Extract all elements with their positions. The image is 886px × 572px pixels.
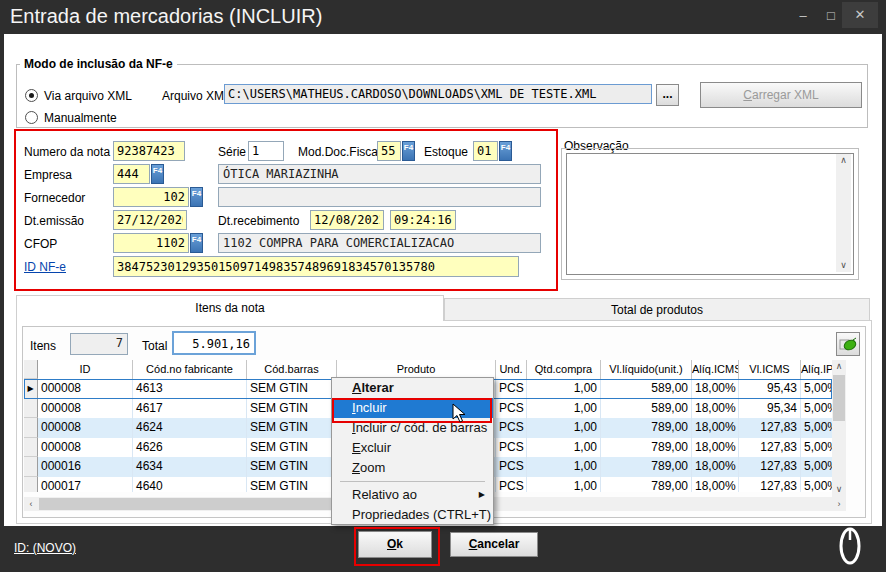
empresa-input[interactable] — [113, 164, 150, 184]
menu-item-alterar[interactable]: Alterar — [332, 378, 493, 398]
cell-und: PCS — [496, 477, 527, 493]
f4-lookup-fornecedor-button[interactable]: F4 — [190, 187, 203, 207]
grid-header-cod-fabricante[interactable]: Cód.no fabricante — [133, 360, 247, 379]
tab-itens-da-nota[interactable]: Itens da nota — [16, 295, 444, 321]
cell-qtd: 1,00 — [527, 418, 601, 438]
cfop-input[interactable] — [113, 233, 189, 253]
tab-total-de-produtos[interactable]: Total de produtos — [444, 298, 870, 321]
id-nfe-link[interactable]: ID NF-e — [24, 260, 66, 274]
row-selector — [24, 418, 38, 438]
grid-tool-button[interactable] — [836, 332, 860, 356]
cfop-desc-field: 1102 COMPRA PARA COMERCIALIZACAO — [218, 233, 541, 253]
menu-item-zoom[interactable]: Zoom — [332, 458, 493, 478]
cell-qtd: 1,00 — [527, 399, 601, 419]
f4-lookup-empresa-button[interactable]: F4 — [151, 164, 164, 184]
radio-manualmente[interactable] — [25, 111, 38, 124]
f4-lookup-cfop-button[interactable]: F4 — [190, 233, 203, 253]
numero-nota-input[interactable] — [113, 141, 185, 161]
scroll-left-icon[interactable]: ‹ — [24, 497, 38, 511]
estoque-label: Estoque — [424, 145, 468, 159]
menu-separator — [340, 481, 485, 482]
cell-id: 000008 — [38, 438, 133, 458]
row-marker-icon: ▶ — [24, 379, 38, 399]
estoque-input[interactable] — [473, 141, 498, 161]
close-icon[interactable]: ✕ — [842, 2, 878, 28]
serie-label: Série — [218, 145, 246, 159]
mod-doc-fiscal-input[interactable] — [377, 141, 401, 161]
minimize-icon[interactable]: – — [792, 6, 814, 26]
id-nfe-input[interactable] — [113, 256, 519, 277]
cell-barras: SEM GTIN — [247, 477, 337, 493]
cancelar-button[interactable]: Cancelar — [450, 532, 538, 557]
cell-fab: 4617 — [133, 399, 247, 419]
scroll-down-icon[interactable]: ∨ — [832, 483, 846, 497]
menu-item-incluir-cod-barras[interactable]: Incluir c/ cód. de barras — [332, 418, 493, 438]
fornecedor-input[interactable] — [113, 187, 189, 207]
f4-lookup-mod-button[interactable]: F4 — [402, 141, 415, 161]
hr-recebimento-input[interactable] — [390, 210, 456, 230]
window-title: Entrada de mercadorias (INCLUIR) — [10, 5, 322, 28]
maximize-icon[interactable]: □ — [820, 6, 842, 26]
grid-header-id[interactable]: ID — [38, 360, 133, 379]
radio-selected-dot — [29, 93, 34, 98]
cell-vl-liq: 789,00 — [601, 477, 692, 493]
scroll-up-icon[interactable]: ∧ — [832, 360, 846, 374]
menu-item-excluir[interactable]: Excluir — [332, 438, 493, 458]
cell-aliq-icms: 18,00% — [692, 457, 739, 477]
cell-fab: 4613 — [133, 379, 247, 399]
id-novo-link[interactable]: ID: (NOVO) — [14, 541, 76, 555]
cell-aliq-icms: 18,00% — [692, 379, 739, 399]
cell-aliq-icms: 18,00% — [692, 418, 739, 438]
scroll-up-icon[interactable]: ∧ — [836, 154, 851, 167]
grid-header-qtd-compra[interactable]: Qtd.compra — [527, 360, 601, 379]
cell-vl-icms: 127,83 — [739, 438, 801, 458]
grid-header-vl-liquido[interactable]: Vl.líquido(unit.) — [601, 360, 692, 379]
grid-vscrollbar[interactable]: ∧ ∨ — [832, 360, 846, 497]
grid-header-vl-icms[interactable]: Vl.ICMS — [739, 360, 801, 379]
xml-mode-group-label: Modo de inclusão da NF-e — [20, 57, 177, 71]
cell-vl-liq: 789,00 — [601, 457, 692, 477]
observacao-scrollbar[interactable]: ∧ ∨ — [836, 154, 851, 272]
fornecedor-nome-field — [218, 187, 541, 207]
observacao-textarea[interactable] — [566, 153, 854, 275]
scroll-down-icon[interactable]: ∨ — [836, 259, 851, 272]
browse-button[interactable]: ... — [656, 84, 679, 106]
cell-und: PCS — [496, 418, 527, 438]
cell-und: PCS — [496, 399, 527, 419]
cfop-label: CFOP — [24, 237, 57, 251]
ok-button[interactable]: Ok — [358, 531, 432, 558]
row-selector — [24, 457, 38, 477]
dt-recebimento-input[interactable] — [310, 210, 384, 230]
cell-qtd: 1,00 — [527, 477, 601, 493]
grid-header-aliq-icms[interactable]: Alíq.ICMS — [692, 360, 739, 379]
menu-item-propriedades[interactable]: Propriedades (CTRL+T) — [332, 505, 493, 525]
cell-vl-icms: 95,43 — [739, 379, 801, 399]
dt-emissao-label: Dt.emissão — [24, 214, 84, 228]
f4-lookup-estoque-button[interactable]: F4 — [499, 141, 512, 161]
arquivo-xml-input[interactable] — [224, 84, 652, 104]
radio-manualmente-label: Manualmente — [44, 111, 117, 125]
grid-header-cod-barras[interactable]: Cód.barras — [247, 360, 337, 379]
cell-vl-icms: 127,83 — [739, 477, 801, 493]
carregar-xml-button[interactable]: Carregar XML — [700, 82, 862, 108]
vscroll-thumb[interactable] — [833, 375, 845, 421]
arquivo-xml-label: Arquivo XML — [162, 89, 231, 103]
cell-und: PCS — [496, 379, 527, 399]
menu-item-incluir[interactable]: Incluir — [332, 398, 493, 418]
itens-count-field: 7 — [70, 333, 128, 355]
itens-count-label: Itens — [30, 339, 56, 353]
cell-aliq-ipi: 5,00% — [801, 438, 832, 458]
cell-vl-liq: 789,00 — [601, 418, 692, 438]
radio-via-arquivo-xml[interactable] — [25, 89, 38, 102]
cell-aliq-ipi: 5,00% — [801, 457, 832, 477]
cell-und: PCS — [496, 457, 527, 477]
serie-input[interactable] — [248, 141, 284, 161]
scroll-right-icon[interactable]: › — [832, 497, 846, 511]
cell-aliq-icms: 18,00% — [692, 477, 739, 493]
grid-header-aliq-ipi[interactable]: Alíq.IPI — [801, 360, 832, 379]
dt-emissao-input[interactable] — [113, 210, 187, 230]
cell-fab: 4624 — [133, 418, 247, 438]
menu-item-relativo-ao[interactable]: Relativo ao▶ — [332, 485, 493, 505]
cell-fab: 4626 — [133, 438, 247, 458]
grid-header-und[interactable]: Und. — [496, 360, 527, 379]
